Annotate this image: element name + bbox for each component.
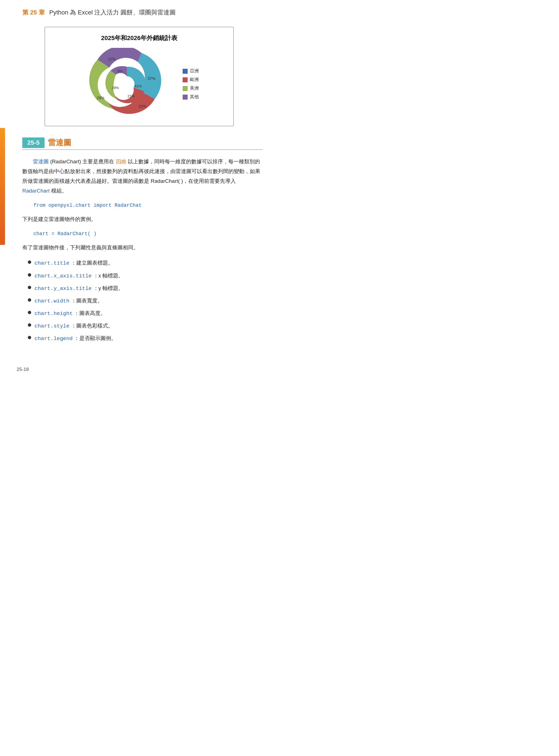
bullet-dot [28, 260, 31, 264]
donut-chart-svg: 37% 22% 29% 12% 41% 21% 29% 9% [80, 48, 174, 120]
code-x-axis: chart.x_axis.title [35, 273, 92, 279]
p1-end: 模組。 [51, 188, 67, 194]
chart-figure: 2025年和2026年外銷統計表 [45, 27, 234, 126]
link-radar-chart[interactable]: 雷達圖 [33, 159, 49, 164]
bullet-content: chart.style ：圖表色彩樣式。 [35, 321, 113, 331]
p1-middle: (RadarChart) 主要是應用在 [50, 159, 114, 164]
label-outer-other: 12% [108, 57, 115, 61]
legend-item-asia: 亞洲 [183, 68, 199, 74]
link-radarchart-module[interactable]: RadarChart [22, 188, 49, 194]
paragraph-1: 雷達圖 (RadarChart) 主要是應用在 四維 以上數據，同時每一維度的數… [22, 157, 263, 196]
chapter-title: Python 為 Excel 注入活力 圓餅、環圈與雷達圖 [49, 8, 176, 17]
code-legend: chart.legend [35, 336, 73, 342]
bullet-content: chart.x_axis.title ：x 軸標題。 [35, 271, 124, 281]
paragraph-2: 下列是建立雷達圖物件的實例。 [22, 214, 263, 224]
legend-color-america [183, 86, 188, 91]
chart-figure-title: 2025年和2026年外銷統計表 [51, 34, 228, 42]
page-number: 25-18 [17, 367, 29, 372]
label-outer-europe: 22% [138, 104, 146, 109]
code-width: chart.width [35, 298, 69, 304]
legend-color-other [183, 95, 188, 99]
chapter-header: 第 25 章 Python 為 Excel 注入活力 圓餅、環圈與雷達圖 [22, 8, 263, 19]
legend-color-asia [183, 69, 188, 74]
desc-height: ：圖表高度。 [74, 310, 106, 316]
label-inner-asia: 41% [134, 84, 142, 88]
chart-body: 37% 22% 29% 12% 41% 21% 29% 9% 亞洲 歐 [51, 48, 228, 120]
page-footer: 25-18 [17, 367, 29, 372]
list-item-width: chart.width ：圖表寬度。 [28, 296, 263, 306]
code-chart-title: chart.title [35, 260, 69, 266]
section-number: 25-5 [22, 137, 45, 148]
bullet-dot [28, 336, 31, 339]
bullet-dot [28, 311, 31, 314]
chart-legend: 亞洲 歐洲 美洲 其他 [183, 68, 199, 100]
chart-init-code: chart = RadarChart( ) [33, 230, 263, 238]
section-heading: 25-5 雷達圖 [22, 137, 263, 150]
paragraph-3: 有了雷達圖物件後，下列屬性意義與直條圖相同。 [22, 243, 263, 252]
bullet-dot [28, 286, 31, 289]
code-y-axis: chart.y_axis.title [35, 285, 92, 292]
desc-x-axis: ：x 軸標題。 [93, 273, 124, 278]
bullet-content: chart.width ：圖表寬度。 [35, 296, 103, 306]
list-item-x-axis: chart.x_axis.title ：x 軸標題。 [28, 271, 263, 281]
bullet-dot [28, 273, 31, 277]
label-inner-europe: 21% [128, 94, 135, 98]
link-four-dimension[interactable]: 四維 [116, 159, 127, 164]
property-list: chart.title ：建立圖表標題。 chart.x_axis.title … [28, 258, 263, 344]
bullet-dot [28, 298, 31, 302]
legend-label-asia: 亞洲 [190, 68, 199, 74]
legend-label-europe: 歐洲 [190, 77, 199, 83]
code-style: chart.style [35, 323, 69, 329]
chapter-number: 第 25 章 [22, 8, 45, 17]
legend-label-america: 美洲 [190, 86, 199, 91]
desc-style: ：圖表色彩樣式。 [71, 323, 113, 328]
legend-label-other: 其他 [190, 94, 199, 100]
label-outer-asia: 37% [148, 76, 155, 81]
desc-y-axis: ：y 軸標題。 [93, 285, 124, 291]
bullet-content: chart.y_axis.title ：y 軸標題。 [35, 283, 124, 294]
code-height: chart.height [35, 311, 73, 317]
import-code: from openpyxl.chart import RadarChat [33, 202, 263, 209]
bullet-content: chart.height ：圖表高度。 [35, 308, 106, 319]
label-inner-america: 29% [112, 86, 119, 90]
svg-point-0 [119, 76, 134, 92]
list-item-style: chart.style ：圖表色彩樣式。 [28, 321, 263, 331]
legend-item-europe: 歐洲 [183, 77, 199, 83]
label-inner-other: 9% [117, 69, 123, 73]
list-item-title: chart.title ：建立圖表標題。 [28, 258, 263, 268]
list-item-height: chart.height ：圖表高度。 [28, 308, 263, 319]
legend-item-america: 美洲 [183, 86, 199, 91]
desc-width: ：圖表寬度。 [71, 298, 103, 303]
bullet-content: chart.legend ：是否顯示圖例。 [35, 333, 116, 344]
section-title: 雷達圖 [48, 137, 71, 148]
legend-item-other: 其他 [183, 94, 199, 100]
list-item-legend: chart.legend ：是否顯示圖例。 [28, 333, 263, 344]
legend-color-europe [183, 77, 188, 82]
label-outer-america: 29% [96, 96, 105, 100]
desc-title: ：建立圖表標題。 [71, 260, 113, 266]
desc-legend: ：是否顯示圖例。 [74, 335, 116, 341]
bullet-content: chart.title ：建立圖表標題。 [35, 258, 113, 268]
list-item-y-axis: chart.y_axis.title ：y 軸標題。 [28, 283, 263, 294]
left-accent-bar [0, 128, 5, 245]
bullet-dot [28, 323, 31, 327]
